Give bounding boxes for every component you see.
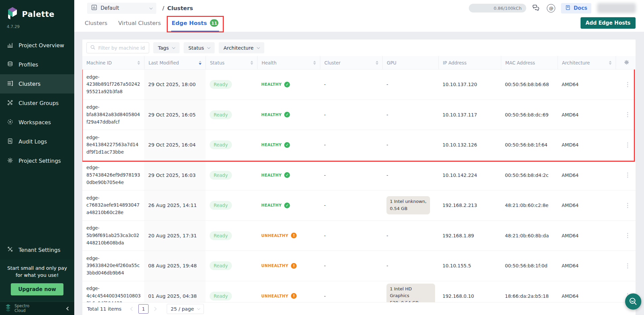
brand-name: Palette — [22, 10, 54, 19]
sort-icon[interactable] — [199, 61, 203, 65]
search-input[interactable] — [98, 45, 145, 51]
row-actions-cell — [616, 130, 636, 160]
status-badge: Ready — [210, 140, 232, 149]
sidebar-item-workspaces[interactable]: Workspaces — [0, 113, 74, 132]
row-actions-kebab-icon[interactable] — [627, 175, 628, 176]
column-header-last-modified[interactable]: Last Modified — [144, 56, 206, 69]
tab-clusters[interactable]: Clusters — [84, 14, 108, 32]
ip-address-cell: 10.10.137.120 — [438, 70, 501, 100]
architecture-filter-label: Architecture — [223, 45, 253, 51]
table-row[interactable]: edge-4238b891f7267a5024295521a92b3fa8 29… — [82, 70, 636, 100]
list-icon — [7, 80, 14, 88]
mac-address-cell: 00:50:56:b8:1f:0d — [501, 251, 558, 281]
spectro-cloud-logo-icon — [5, 304, 11, 313]
column-header-health[interactable]: Health — [257, 56, 320, 69]
row-actions-kebab-icon[interactable] — [627, 114, 628, 115]
project-selector[interactable]: Default — [87, 3, 156, 14]
column-header-architecture[interactable]: Architecture — [558, 56, 616, 69]
page-number-button[interactable]: 1 — [138, 304, 149, 314]
mention-icon[interactable]: @ — [547, 4, 555, 12]
docs-button[interactable]: Docs — [561, 3, 591, 14]
column-header-cluster[interactable]: Cluster — [320, 56, 382, 69]
sidebar-item-label: Profiles — [19, 61, 38, 68]
row-actions-kebab-icon[interactable] — [627, 145, 628, 146]
table-row[interactable]: edge-8e41384227563a7d14df9f1d1ac73bbe 29… — [82, 130, 636, 160]
tab-virtual-clusters[interactable]: Virtual Clusters — [117, 14, 161, 32]
previous-page-icon[interactable] — [130, 307, 134, 311]
row-actions-kebab-icon[interactable] — [627, 205, 628, 206]
table-row[interactable]: edge-857438426ef9d9781930dbe90b705e4e 29… — [82, 160, 636, 191]
architecture-cell: AMD64 — [558, 281, 616, 303]
sidebar-item-project-settings[interactable]: Project Settings — [0, 151, 74, 170]
chat-icon[interactable] — [532, 4, 541, 12]
sort-icon[interactable] — [137, 61, 141, 65]
row-actions-kebab-icon[interactable] — [627, 84, 628, 85]
status-filter-dropdown[interactable]: Status — [184, 42, 215, 53]
row-actions-cell — [616, 190, 636, 220]
architecture-cell: AMD64 — [558, 251, 616, 281]
sort-icon[interactable] — [250, 61, 254, 65]
architecture-filter-dropdown[interactable]: Architecture — [219, 42, 264, 53]
last-modified-cell: 29 Oct 2025, 18:00 — [144, 70, 206, 100]
upgrade-now-button[interactable]: Upgrade now — [11, 283, 63, 295]
sidebar-item-label: Clusters — [19, 81, 41, 87]
table-row[interactable]: edge-4c4c4544003450108033b6c04f504432 01… — [82, 281, 636, 303]
sort-icon[interactable] — [609, 61, 613, 65]
column-header-machine-id[interactable]: Machine ID — [82, 56, 144, 69]
app-version: 4.7.29 — [0, 23, 74, 32]
mac-address-cell: 00:50:56:b8:dc:69 — [501, 100, 558, 130]
mac-address-cell: 48:21:0b:60:8b:da — [501, 221, 558, 251]
tags-filter-dropdown[interactable]: Tags — [153, 42, 180, 53]
sidebar-item-project-overview[interactable]: Project Overview — [0, 36, 74, 55]
column-label: Status — [210, 60, 224, 65]
page-size-selector[interactable]: 25 / page — [167, 304, 204, 314]
health-status-icon: ! — [291, 233, 297, 238]
project-selector-value: Default — [101, 5, 119, 11]
row-actions-kebab-icon[interactable] — [627, 265, 628, 266]
table-row[interactable]: edge-bfa83842a83d8405804f29a47ddbafcf 29… — [82, 100, 636, 130]
ip-address-cell: 10.10.132.126 — [438, 130, 501, 160]
health-label: HEALTHY — [261, 82, 281, 87]
table-row[interactable]: edge-5b96f691ab253ca3c02448210b608bda 20… — [82, 221, 636, 251]
health-cell: UNHEALTHY ! — [257, 251, 320, 281]
add-edge-hosts-button[interactable]: Add Edge Hosts — [581, 17, 636, 29]
gpu-value: - — [386, 142, 388, 148]
table-settings-gear-icon[interactable] — [624, 59, 629, 66]
help-chat-button[interactable] — [625, 293, 641, 310]
health-label: HEALTHY — [261, 173, 281, 178]
chevron-down-icon — [207, 46, 211, 49]
sidebar-item-tenant-settings[interactable]: Tenant Settings — [0, 240, 74, 260]
tab-edge-hosts[interactable]: Edge Hosts 11 — [171, 14, 219, 32]
column-label: Machine ID — [86, 60, 112, 65]
sidebar-item-cluster-groups[interactable]: Cluster Groups — [0, 94, 74, 113]
sidebar-item-label: Cluster Groups — [19, 100, 59, 106]
document-search-icon — [7, 138, 14, 146]
sort-icon[interactable] — [313, 61, 317, 65]
sidebar-item-profiles[interactable]: Profiles — [0, 55, 74, 74]
next-page-icon[interactable] — [153, 307, 156, 311]
tab-label: Virtual Clusters — [118, 20, 161, 26]
gpu-value: - — [386, 173, 388, 178]
ip-address-cell: 192.168.0.10 — [438, 281, 501, 303]
status-cell: Ready — [206, 70, 257, 100]
machine-id-search[interactable] — [86, 42, 149, 53]
app: Palette 4.7.29 Project Overview — [0, 0, 644, 315]
column-header-status[interactable]: Status — [206, 56, 257, 69]
health-label: UNHEALTHY — [261, 233, 288, 238]
sidebar-item-clusters[interactable]: Clusters — [0, 74, 74, 94]
table-row[interactable]: edge-396338420e4f260a55c3bbd046db9b64 08… — [82, 251, 636, 281]
row-actions-kebab-icon[interactable] — [627, 235, 628, 236]
column-label: Last Modified — [149, 60, 179, 65]
sidebar-item-audit-logs[interactable]: Audit Logs — [0, 132, 74, 151]
last-modified-cell: 01 Aug 2025, 04:38 — [144, 281, 206, 303]
sort-icon[interactable] — [376, 61, 380, 65]
column-settings[interactable] — [616, 56, 636, 69]
machine-id-value: edge-4238b891f7267a5024295521a92b3fa8 — [86, 74, 141, 96]
cluster-cell: - — [320, 100, 382, 130]
row-actions-cell — [616, 221, 636, 251]
table-row[interactable]: edge-c76832aefe914893047a48210b60c28e 26… — [82, 190, 636, 221]
ip-address-cell: 192.168.1.89 — [438, 221, 501, 251]
chevron-down-icon — [257, 46, 260, 49]
collapse-sidebar-icon[interactable] — [66, 307, 70, 310]
user-account-blurred[interactable] — [597, 3, 636, 13]
